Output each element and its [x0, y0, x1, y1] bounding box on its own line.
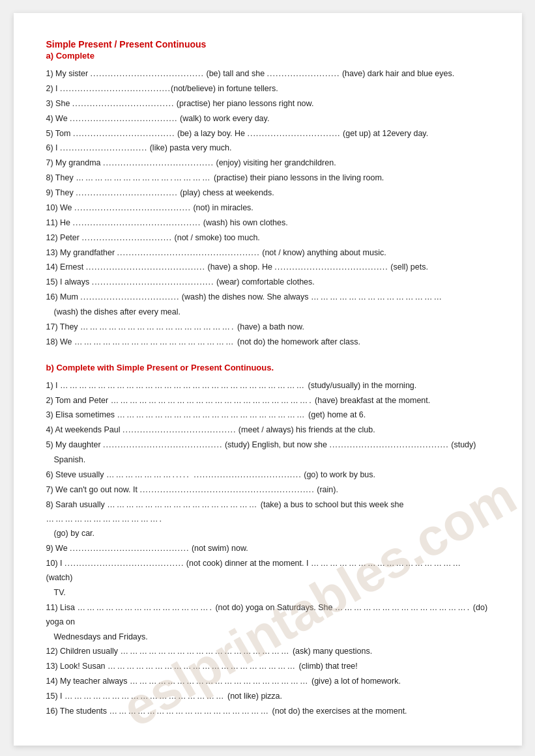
list-item: 15) I always ...........................…	[46, 275, 489, 290]
list-item: 5) My daughter .........................…	[46, 438, 489, 453]
section-a-content: 1) My sister ...........................…	[46, 67, 489, 350]
list-item: 2) Tom and Peter ………………………………………………………. …	[46, 394, 489, 408]
list-item-continuation: Wednesdays and Fridays.	[54, 630, 489, 645]
list-item: 9) They ................................…	[46, 186, 489, 201]
list-item: 1) I …………………………………………………………………… (study/u…	[46, 379, 489, 393]
list-item: 7) We can't go out now. It .............…	[46, 483, 489, 497]
list-item: 12) Peter ..............................…	[46, 231, 489, 245]
list-item: 18) We …………………………………………… (not do) the ho…	[46, 335, 489, 350]
list-item: 6) Steve usually …………………..... ..........…	[46, 468, 489, 483]
list-item: 10) We .................................…	[46, 201, 489, 216]
list-item: 11) He .................................…	[46, 216, 489, 231]
list-item: 2) I ...................................…	[46, 82, 489, 96]
worksheet-page: eslprintables.com Simple Present / Prese…	[14, 13, 522, 746]
list-item: 13) Look! Susan …………………………………………………… (cl…	[46, 660, 489, 674]
list-item: 4) At weekends Paul ....................…	[46, 423, 489, 438]
list-item: 13) My grandfather .....................…	[46, 246, 489, 260]
list-item: 15) I …………………………………………… (not like) pizza…	[46, 690, 489, 704]
list-item: 4) We ..................................…	[46, 112, 489, 126]
list-item: 8) They ………………………….………… (practise) their…	[46, 171, 489, 186]
list-item: 1) My sister ...........................…	[46, 67, 489, 81]
list-item: 16) Mum ................................…	[46, 290, 489, 305]
list-item: 5) Tom .................................…	[46, 127, 489, 141]
list-item: 8) Sarah usually ………………………………………… (take)…	[46, 498, 489, 527]
list-item: 12) Children usually ……………………………………………… …	[46, 645, 489, 659]
list-item: 10) I ..................................…	[46, 557, 489, 585]
list-item: 3) Elisa sometimes …………………………………………………… …	[46, 408, 489, 423]
list-item: 9) We ..................................…	[46, 542, 489, 556]
list-item-continuation: (wash) the dishes after every meal.	[54, 305, 489, 320]
list-item-continuation: (go) by car.	[54, 527, 489, 541]
list-item: 11) Lisa ……………………………………. (not do) yoga o…	[46, 601, 489, 630]
section-a-label: a) Complete	[46, 51, 489, 61]
list-item: 7) My grandma ..........................…	[46, 156, 489, 171]
list-item-continuation: TV.	[54, 586, 489, 600]
section-b-content: 1) I …………………………………………………………………… (study/u…	[46, 379, 489, 719]
list-item: 16) The students …………………………………………… (not …	[46, 705, 489, 719]
worksheet-title: Simple Present / Present Continuous	[46, 39, 489, 49]
list-item-continuation: Spanish.	[54, 453, 489, 468]
list-item: 6) I .............................. (lik…	[46, 141, 489, 156]
list-item: 14) My teacher always …………………………………………………	[46, 675, 489, 689]
list-item: 3) She .................................…	[46, 97, 489, 111]
list-item: 17) They …………………………………………. (have) a bath…	[46, 320, 489, 335]
list-item: 14) Ernest .............................…	[46, 260, 489, 275]
section-b-label: b) Complete with Simple Present or Prese…	[46, 363, 489, 372]
